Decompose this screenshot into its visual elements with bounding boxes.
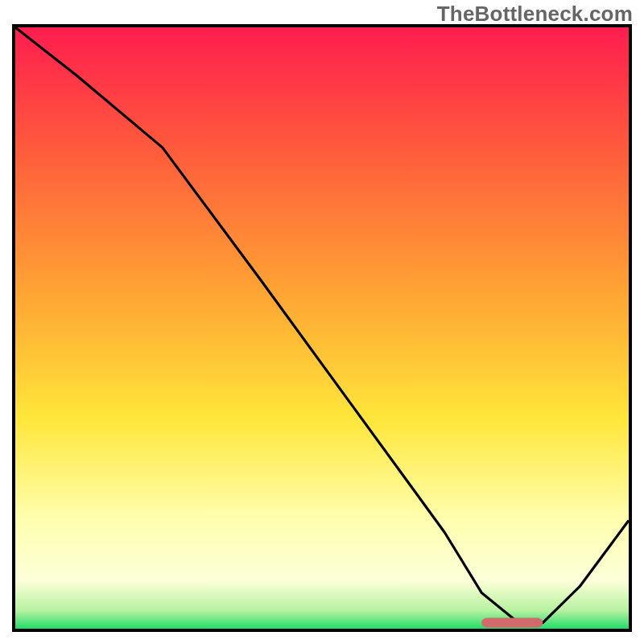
chart-svg bbox=[15, 27, 629, 629]
chart-container: TheBottleneck.com bbox=[0, 0, 644, 644]
optimum-marker bbox=[481, 618, 543, 628]
watermark-text: TheBottleneck.com bbox=[437, 2, 633, 27]
background-gradient bbox=[15, 27, 629, 629]
chart-frame bbox=[12, 24, 632, 632]
plot-area bbox=[15, 27, 629, 629]
